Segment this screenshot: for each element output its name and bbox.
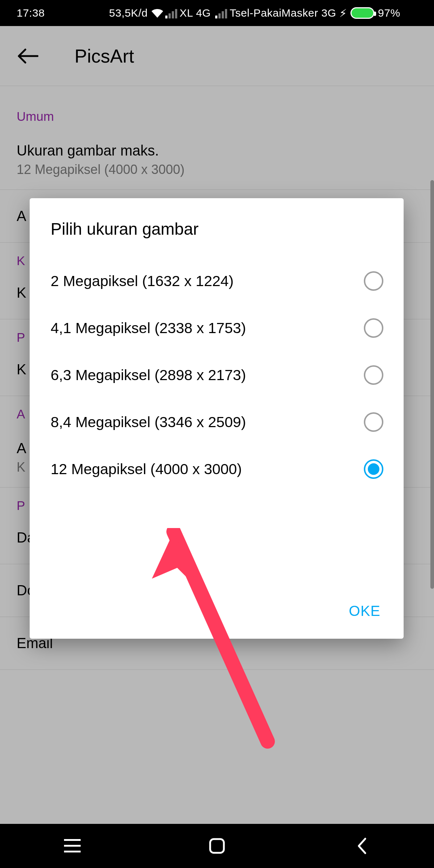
dialog-actions: OKE (30, 588, 404, 639)
option-2mp[interactable]: 2 Megapiksel (1632 x 1224) (30, 258, 404, 305)
status-carrier-2: Tsel-PakaiMasker 3G (230, 7, 336, 19)
nav-recent-apps-button[interactable] (58, 831, 87, 860)
option-label: 6,3 Megapiksel (2898 x 2173) (51, 367, 246, 384)
svg-rect-4 (215, 16, 217, 18)
svg-rect-7 (225, 9, 227, 18)
option-label: 2 Megapiksel (1632 x 1224) (51, 273, 234, 290)
radio-button[interactable] (364, 271, 383, 291)
radio-button-selected[interactable] (364, 459, 383, 479)
svg-rect-12 (210, 839, 224, 853)
svg-rect-0 (165, 16, 167, 18)
option-label: 12 Megapiksel (4000 x 3000) (51, 461, 242, 478)
battery-icon (350, 7, 374, 19)
status-time: 17:38 (17, 7, 45, 19)
radio-button[interactable] (364, 318, 383, 338)
option-label: 8,4 Megapiksel (3346 x 2509) (51, 414, 246, 431)
svg-rect-9 (64, 839, 81, 841)
status-carrier-1: XL 4G (180, 7, 211, 19)
option-12mp[interactable]: 12 Megapiksel (4000 x 3000) (30, 446, 404, 493)
svg-rect-10 (64, 845, 81, 847)
menu-icon (64, 839, 81, 853)
chevron-left-icon (356, 837, 367, 855)
dialog-title: Pilih ukuran gambar (30, 219, 404, 258)
option-6-3mp[interactable]: 6,3 Megapiksel (2898 x 2173) (30, 352, 404, 399)
svg-rect-3 (175, 9, 177, 18)
status-bar: 17:38 53,5K/d XL 4G Tsel-PakaiMasker 3G … (0, 0, 434, 26)
wifi-icon (149, 7, 165, 19)
signal-bars-2-icon (215, 8, 228, 18)
svg-rect-11 (64, 851, 81, 852)
ok-button[interactable]: OKE (342, 598, 388, 624)
svg-rect-5 (218, 13, 221, 18)
navigation-bar (0, 824, 434, 868)
nav-back-button[interactable] (347, 831, 376, 860)
image-size-dialog: Pilih ukuran gambar 2 Megapiksel (1632 x… (30, 198, 404, 639)
home-icon (209, 838, 225, 854)
option-4-1mp[interactable]: 4,1 Megapiksel (2338 x 1753) (30, 305, 404, 352)
charging-icon: ⚡︎ (339, 7, 347, 20)
nav-home-button[interactable] (203, 831, 231, 860)
option-label: 4,1 Megapiksel (2338 x 1753) (51, 320, 246, 337)
svg-rect-2 (172, 11, 174, 18)
radio-button[interactable] (364, 365, 383, 385)
radio-button[interactable] (364, 412, 383, 432)
status-data-rate: 53,5K/d (109, 7, 148, 19)
svg-rect-6 (222, 11, 224, 18)
signal-bars-1-icon (165, 8, 178, 18)
dialog-options-list: 2 Megapiksel (1632 x 1224) 4,1 Megapikse… (30, 258, 404, 588)
status-battery-pct: 97% (378, 7, 400, 19)
option-8-4mp[interactable]: 8,4 Megapiksel (3346 x 2509) (30, 399, 404, 446)
svg-rect-1 (169, 13, 171, 18)
